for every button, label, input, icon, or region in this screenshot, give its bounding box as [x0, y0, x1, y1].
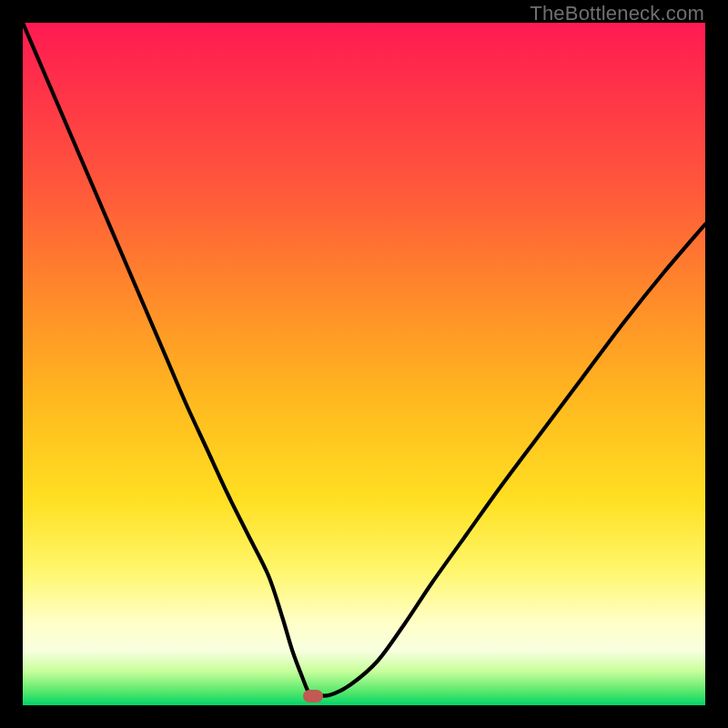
optimal-marker: [303, 690, 323, 703]
chart-frame: TheBottleneck.com: [0, 0, 728, 728]
plot-area: [23, 23, 705, 705]
bottleneck-curve: [23, 23, 705, 705]
